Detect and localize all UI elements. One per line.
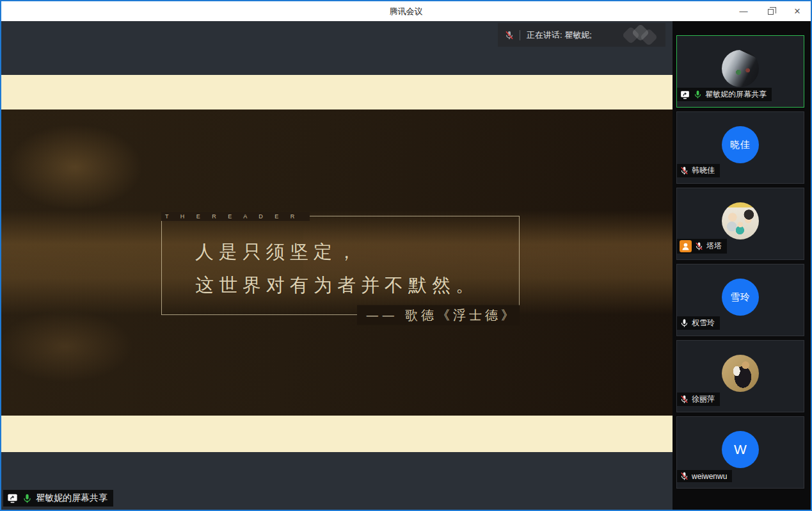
mic-icon xyxy=(680,471,689,481)
host-badge-icon xyxy=(680,240,692,252)
mic-icon xyxy=(694,241,704,251)
speaking-indicator-text: 正在讲话: 瞿敏妮; xyxy=(527,29,592,41)
participant-tile[interactable]: 雪玲 权雪玲 xyxy=(676,264,804,336)
quote-kicker: T H E R E A D E R xyxy=(161,212,310,221)
mic-icon xyxy=(680,318,689,328)
slide-cream-band-top xyxy=(1,75,673,110)
meeting-content: 正在讲话: 瞿敏妮; T H E R E A D E R 人是只须坚定， 这世界… xyxy=(1,21,811,510)
speaking-indicator-toast: 正在讲话: 瞿敏妮; xyxy=(498,23,665,47)
avatar: 晓佳 xyxy=(722,126,759,163)
app-window: 腾讯会议 — ✕ 正在讲话: 瞿敏妮; T H E xyxy=(0,0,812,511)
quote-frame: T H E R E A D E R 人是只须坚定， 这世界对有为者并不默然。 —… xyxy=(161,216,520,315)
toast-divider xyxy=(520,30,520,40)
avatar xyxy=(722,355,759,392)
participant-name-tag: 塔塔 xyxy=(677,239,727,254)
participant-name-tag: 徐丽萍 xyxy=(677,393,720,406)
participant-name: weiwenwu xyxy=(692,472,727,481)
restore-icon xyxy=(768,9,774,15)
shared-slide: T H E R E A D E R 人是只须坚定， 这世界对有为者并不默然。 —… xyxy=(1,110,673,416)
participant-tile[interactable]: 徐丽萍 xyxy=(676,340,804,412)
participant-tile[interactable]: W weiwenwu xyxy=(676,416,804,489)
participant-list: 瞿敏妮的屏幕共享 晓佳 韩晓佳 塔塔 雪玲 xyxy=(676,35,811,489)
slide-cream-band-bottom xyxy=(1,416,673,452)
tencent-meeting-logo-icon xyxy=(622,26,659,45)
shared-screen-area: 正在讲话: 瞿敏妮; T H E R E A D E R 人是只须坚定， 这世界… xyxy=(1,21,673,510)
screen-share-icon xyxy=(680,90,690,100)
participant-name-tag: 瞿敏妮的屏幕共享 xyxy=(677,88,772,101)
participant-name: 瞿敏妮的屏幕共享 xyxy=(705,89,767,100)
participants-sidebar[interactable]: 瞿敏妮的屏幕共享 晓佳 韩晓佳 塔塔 雪玲 xyxy=(673,21,811,510)
participant-tile[interactable]: 晓佳 韩晓佳 xyxy=(676,111,804,184)
quote-attribution: —— 歌德《浮士德》 xyxy=(357,305,520,325)
avatar: W xyxy=(722,431,759,468)
window-title: 腾讯会议 xyxy=(1,6,811,17)
share-source-label: 瞿敏妮的屏幕共享 xyxy=(36,492,107,504)
participant-name-tag: 权雪玲 xyxy=(677,316,720,330)
mic-icon xyxy=(680,394,689,404)
screen-share-icon xyxy=(6,492,19,504)
participant-name: 权雪玲 xyxy=(692,318,715,328)
participant-tile[interactable]: 瞿敏妮的屏幕共享 xyxy=(676,35,804,108)
participant-name: 韩晓佳 xyxy=(692,165,715,176)
mic-icon xyxy=(693,90,703,99)
quote-line-1: 人是只须坚定， xyxy=(195,239,361,265)
participant-name-tag: 韩晓佳 xyxy=(677,164,720,177)
participant-tile[interactable]: 塔塔 xyxy=(676,188,804,260)
share-source-overlay: 瞿敏妮的屏幕共享 xyxy=(3,490,113,507)
participant-name-tag: weiwenwu xyxy=(677,470,732,482)
participant-name: 塔塔 xyxy=(706,241,722,252)
mic-icon xyxy=(680,166,689,175)
avatar xyxy=(722,50,759,87)
shared-screen-top-margin: 正在讲话: 瞿敏妮; xyxy=(1,21,673,75)
mic-icon xyxy=(504,30,514,40)
quote-line-2: 这世界对有为者并不默然。 xyxy=(195,273,479,298)
title-bar: 腾讯会议 — ✕ xyxy=(1,1,811,21)
participant-name: 徐丽萍 xyxy=(692,394,715,405)
avatar xyxy=(722,202,759,239)
mic-icon xyxy=(22,493,33,504)
avatar: 雪玲 xyxy=(722,279,759,316)
